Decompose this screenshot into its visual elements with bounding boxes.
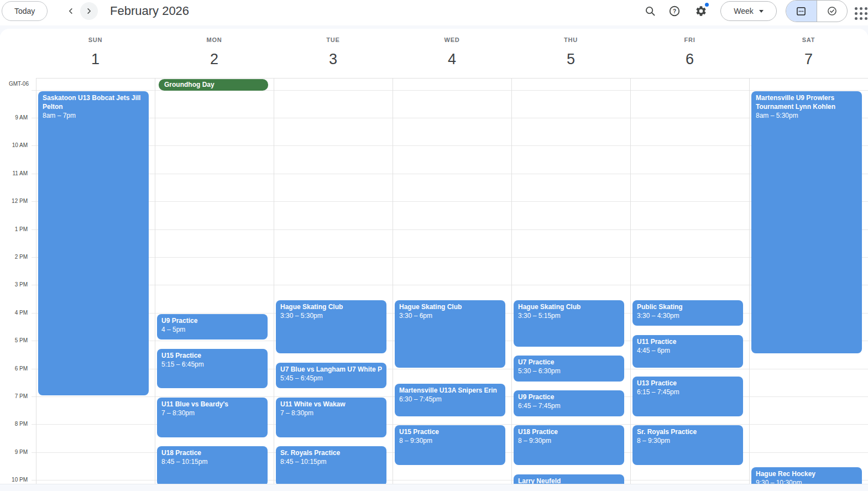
today-button[interactable]: Today <box>2 1 48 21</box>
day-header-wed: WED4 <box>393 32 511 77</box>
event-chip[interactable]: Hague Skating Club3:30 – 5:30pm <box>276 300 386 354</box>
day-column-divider <box>274 78 274 484</box>
time-axis-label: 3 PM <box>0 281 28 288</box>
event-chip[interactable]: U11 Blue vs Beardy's7 – 8:30pm <box>157 398 268 437</box>
view-selector-dropdown[interactable]: Week <box>720 1 777 21</box>
time-axis-label: 1 PM <box>0 226 28 232</box>
event-chip[interactable]: Hague Skating Club3:30 – 5:15pm <box>514 300 624 347</box>
svg-text:?: ? <box>673 8 676 14</box>
event-title: Hague Skating Club <box>399 302 501 311</box>
event-chip[interactable]: Hague Skating Club3:30 – 6pm <box>395 300 505 368</box>
event-time: 9:30 – 10:30pm <box>756 478 857 484</box>
hour-gridline <box>32 118 868 118</box>
search-button[interactable] <box>641 2 660 20</box>
event-title: U18 Practice <box>161 448 263 457</box>
day-number[interactable]: 2 <box>155 51 274 67</box>
time-axis-label: 7 PM <box>0 393 28 399</box>
event-chip[interactable]: U9 Practice4 – 5pm <box>157 314 268 339</box>
event-title: Hague Skating Club <box>280 302 382 311</box>
event-time: 8:45 – 10:15pm <box>280 457 382 466</box>
event-title: Public Skating <box>637 302 739 311</box>
event-chip[interactable]: U9 Practice6:45 – 7:45pm <box>514 390 624 416</box>
event-title: Sr. Royals Practice <box>637 427 739 436</box>
settings-button[interactable] <box>692 2 710 20</box>
all-day-event-chip[interactable]: Groundhog Day <box>159 79 268 91</box>
day-number[interactable]: 6 <box>630 51 749 67</box>
event-title: U11 White vs Wakaw <box>280 400 382 409</box>
time-grid-canvas[interactable]: GMT-06 9 AM10 AM11 AM12 PM1 PM2 PM3 PM4 … <box>0 78 868 484</box>
event-time: 3:30 – 5:15pm <box>518 311 620 320</box>
event-chip[interactable]: Hague Rec Hockey9:30 – 10:30pm <box>751 467 862 484</box>
google-apps-button[interactable] <box>853 3 868 22</box>
event-chip[interactable]: Sr. Royals Practice8 – 9:30pm <box>632 425 743 465</box>
event-chip[interactable]: U18 Practice8:45 – 10:15pm <box>157 446 268 484</box>
event-chip[interactable]: Public Skating3:30 – 4:30pm <box>632 300 743 326</box>
day-number[interactable]: 3 <box>274 51 393 67</box>
chevron-right-icon <box>84 6 94 16</box>
event-chip[interactable]: U11 Practice4:45 – 6pm <box>632 335 743 368</box>
event-time: 8am – 7pm <box>43 111 144 120</box>
next-week-button[interactable] <box>80 2 98 20</box>
event-chip[interactable]: U7 Blue vs Langham U7 White Pr5:45 – 6:4… <box>276 363 386 388</box>
search-icon <box>644 5 656 17</box>
event-chip[interactable]: Larry Neufeld <box>514 474 624 484</box>
time-axis-label: 9 PM <box>0 449 28 455</box>
event-time: 6:15 – 7:45pm <box>637 388 739 396</box>
event-time: 4 – 5pm <box>161 325 263 334</box>
day-column-divider <box>36 78 36 484</box>
event-title: Hague Rec Hockey <box>756 469 857 478</box>
event-time: 8:45 – 10:15pm <box>161 457 263 466</box>
day-number[interactable]: 7 <box>749 51 868 67</box>
event-chip[interactable]: U11 White vs Wakaw7 – 8:30pm <box>276 398 386 437</box>
event-chip[interactable]: Martensville U13A Snipers Erin6:30 – 7:4… <box>395 384 505 416</box>
event-time: 7 – 8:30pm <box>280 409 382 417</box>
check-circle-icon <box>827 6 838 17</box>
apps-grid-icon <box>855 7 868 20</box>
event-chip[interactable]: U7 Practice5:30 – 6:30pm <box>514 356 624 381</box>
gear-icon <box>695 5 707 17</box>
event-time: 3:30 – 6pm <box>399 311 501 320</box>
event-time: 3:30 – 5:30pm <box>280 311 382 320</box>
event-time: 8 – 9:30pm <box>399 436 501 445</box>
event-chip[interactable]: Martensville U9 Prowlers Tournament Lynn… <box>751 91 862 354</box>
tasks-view-segment[interactable] <box>817 1 848 22</box>
day-column-divider <box>511 78 512 484</box>
time-axis-label: 12 PM <box>0 198 28 204</box>
day-number[interactable]: 4 <box>393 51 511 67</box>
hour-gridline <box>32 229 868 230</box>
event-chip[interactable]: Sr. Royals Practice8:45 – 10:15pm <box>276 446 386 484</box>
event-time: 8 – 9:30pm <box>518 436 620 445</box>
day-name-label: TUE <box>274 36 393 43</box>
event-chip[interactable]: U15 Practice8 – 9:30pm <box>395 425 505 465</box>
day-column-divider <box>393 78 393 484</box>
event-chip[interactable]: U15 Practice5:15 – 6:45pm <box>157 349 268 389</box>
day-number[interactable]: 1 <box>36 51 155 67</box>
event-chip[interactable]: U13 Practice6:15 – 7:45pm <box>632 377 743 416</box>
hour-gridline <box>32 285 868 285</box>
view-selector-label: Week <box>734 7 754 15</box>
day-header-thu: THU5 <box>511 32 630 77</box>
event-chip[interactable]: U18 Practice8 – 9:30pm <box>514 425 624 465</box>
google-calendar-week-view: { "header": { "today_label": "Today", "t… <box>0 0 868 491</box>
calendar-view-segment[interactable] <box>786 1 817 22</box>
hour-gridline <box>32 145 868 146</box>
event-chip[interactable]: Saskatoon U13 Bobcat Jets Jill Pelton8am… <box>38 91 149 395</box>
event-title: U7 Blue vs Langham U7 White Pr <box>280 365 382 374</box>
event-title: U13 Practice <box>637 379 739 388</box>
day-column-divider <box>155 78 155 484</box>
day-number[interactable]: 5 <box>511 51 630 67</box>
event-title: U7 Practice <box>518 358 620 367</box>
chevron-left-icon <box>66 6 76 16</box>
previous-week-button[interactable] <box>62 2 80 20</box>
time-axis-label: 8 PM <box>0 421 28 427</box>
day-header-mon: MON2 <box>155 32 274 77</box>
event-time: 8am – 5:30pm <box>756 111 857 120</box>
day-name-label: MON <box>155 36 274 43</box>
time-axis-label: 5 PM <box>0 337 28 343</box>
event-time: 3:30 – 4:30pm <box>637 311 739 320</box>
calendar-tasks-toggle <box>786 0 848 22</box>
event-title: U15 Practice <box>161 351 263 360</box>
day-column-divider <box>749 78 750 484</box>
event-title: U15 Practice <box>399 427 501 436</box>
help-button[interactable]: ? <box>665 2 684 20</box>
